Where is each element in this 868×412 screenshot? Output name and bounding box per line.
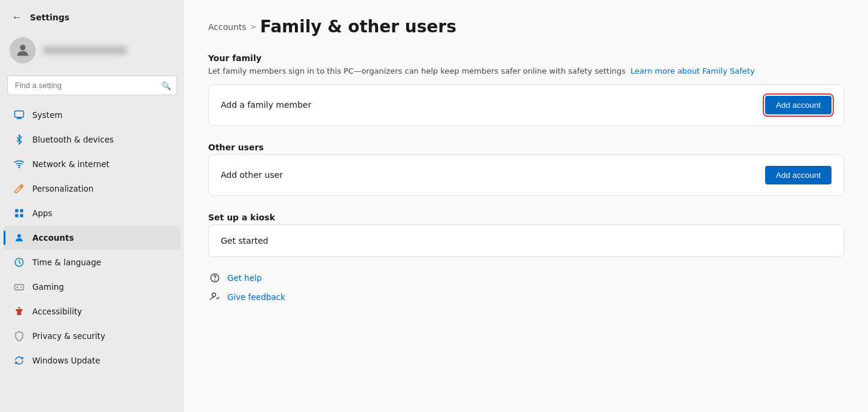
sidebar-item-network-label: Network & internet [32, 159, 109, 169]
breadcrumb-separator: > [250, 22, 257, 31]
get-help-icon [208, 271, 221, 284]
apps-icon [13, 207, 25, 219]
kiosk-get-started-label: Get started [221, 236, 269, 246]
svg-point-9 [17, 234, 21, 238]
learn-more-link[interactable]: Learn more about Family Safety [631, 66, 754, 75]
update-icon [13, 355, 25, 366]
back-button[interactable]: ← [10, 10, 24, 25]
sidebar-header: ← Settings [0, 0, 184, 32]
sidebar-item-apps[interactable]: Apps [4, 201, 181, 225]
sidebar-item-privacy-label: Privacy & security [32, 331, 105, 341]
svg-rect-3 [17, 118, 22, 119]
search-box: 🔍 [7, 75, 177, 95]
svg-point-4 [19, 167, 20, 168]
breadcrumb-parent[interactable]: Accounts [208, 22, 246, 32]
svg-point-12 [19, 307, 20, 309]
sidebar-item-accessibility[interactable]: Accessibility [4, 299, 181, 323]
gaming-icon [13, 281, 25, 293]
svg-rect-7 [15, 214, 18, 217]
add-family-member-card: Add a family member Add account [208, 84, 844, 126]
sidebar-item-personalization[interactable]: Personalization [4, 177, 181, 201]
page-title: Family & other users [260, 17, 456, 37]
your-family-desc-text: Let family members sign in to this PC—or… [208, 66, 626, 75]
your-family-title: Your family [208, 53, 844, 63]
add-other-user-label: Add other user [221, 170, 283, 180]
system-icon [13, 109, 25, 121]
kiosk-section: Set up a kiosk Get started [208, 213, 844, 257]
sidebar-item-gaming-label: Gaming [32, 282, 64, 292]
sidebar-item-network[interactable]: Network & internet [4, 152, 181, 176]
sidebar-item-gaming[interactable]: Gaming [4, 275, 181, 299]
svg-point-14 [215, 280, 215, 280]
network-icon [13, 158, 25, 170]
kiosk-card: Get started [208, 225, 844, 257]
svg-point-15 [212, 293, 216, 296]
sidebar-item-time[interactable]: Time & language [4, 250, 181, 274]
main-content: Accounts > Family & other users Your fam… [184, 0, 868, 412]
give-feedback-link[interactable]: Give feedback [227, 292, 285, 302]
sidebar-item-update[interactable]: Windows Update [4, 349, 181, 372]
privacy-icon [13, 330, 25, 342]
sidebar-item-accounts-label: Accounts [32, 233, 74, 243]
sidebar-item-apps-label: Apps [32, 208, 52, 218]
user-section [0, 32, 184, 73]
sidebar-item-system-label: System [32, 110, 62, 120]
svg-rect-5 [15, 209, 18, 212]
sidebar-item-bluetooth[interactable]: Bluetooth & devices [4, 128, 181, 152]
get-help-link[interactable]: Get help [227, 273, 262, 283]
svg-rect-6 [20, 209, 23, 212]
add-family-account-button[interactable]: Add account [765, 96, 832, 114]
your-family-section: Your family Let family members sign in t… [208, 53, 844, 126]
sidebar-item-update-label: Windows Update [32, 356, 100, 365]
add-other-account-button[interactable]: Add account [765, 166, 832, 184]
accounts-icon [13, 232, 25, 244]
sidebar-item-time-label: Time & language [32, 258, 101, 267]
kiosk-title: Set up a kiosk [208, 213, 844, 222]
get-help-item[interactable]: Get help [208, 271, 844, 284]
sidebar-item-bluetooth-label: Bluetooth & devices [32, 135, 114, 144]
other-users-title: Other users [208, 143, 844, 152]
sidebar-item-personalization-label: Personalization [32, 184, 93, 193]
sidebar-item-accounts[interactable]: Accounts [4, 226, 181, 250]
avatar [10, 37, 36, 63]
add-other-user-card: Add other user Add account [208, 154, 844, 196]
nav-list: System Bluetooth & devices Network & int… [0, 102, 184, 412]
svg-rect-1 [15, 111, 24, 117]
sidebar: ← Settings 🔍 System Bluetooth & devices [0, 0, 184, 412]
other-users-section: Other users Add other user Add account [208, 143, 844, 196]
svg-point-0 [20, 45, 25, 50]
svg-rect-8 [20, 214, 23, 217]
personalization-icon [13, 183, 25, 195]
svg-rect-11 [15, 284, 24, 290]
settings-title: Settings [30, 13, 69, 22]
search-input[interactable] [7, 75, 177, 95]
add-family-member-label: Add a family member [221, 100, 311, 110]
accessibility-icon [13, 305, 25, 317]
svg-rect-2 [17, 117, 21, 119]
sidebar-item-privacy[interactable]: Privacy & security [4, 324, 181, 348]
user-name [43, 46, 127, 54]
your-family-desc: Let family members sign in to this PC—or… [208, 65, 844, 77]
time-icon [13, 256, 25, 268]
give-feedback-item[interactable]: Give feedback [208, 290, 844, 304]
breadcrumb: Accounts > Family & other users [208, 17, 844, 37]
sidebar-item-accessibility-label: Accessibility [32, 307, 82, 316]
bluetooth-icon [13, 134, 25, 146]
sidebar-item-system[interactable]: System [4, 103, 181, 127]
give-feedback-icon [208, 290, 221, 304]
footer-links: Get help Give feedback [208, 271, 844, 304]
